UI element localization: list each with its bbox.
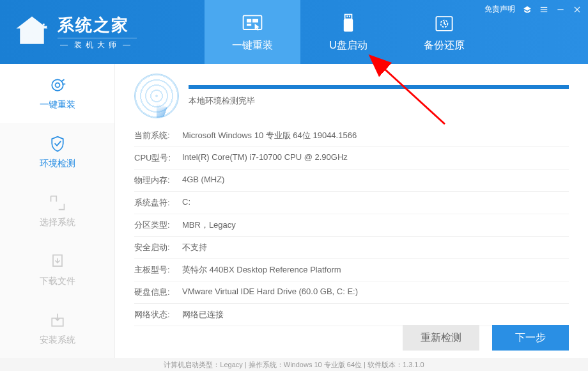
info-value: 4GB (MHZ) — [182, 175, 569, 186]
info-row: 当前系统:Microsoft Windows 10 专业版 64位 19044.… — [134, 125, 569, 147]
info-row: 主板型号:英特尔 440BX Desktop Reference Platfor… — [134, 259, 569, 281]
recheck-button[interactable]: 重新检测 — [403, 325, 479, 351]
main-content: 本地环境检测完毕 当前系统:Microsoft Windows 10 专业版 6… — [115, 64, 588, 358]
info-value: Microsoft Windows 10 专业版 64位 19044.1566 — [182, 130, 569, 141]
svg-rect-5 — [346, 15, 348, 17]
download-icon — [49, 253, 66, 271]
svg-rect-0 — [43, 24, 45, 26]
install-box-icon — [49, 312, 66, 329]
graduation-icon[interactable] — [523, 5, 532, 14]
tab-usb-boot[interactable]: U盘启动 — [300, 0, 396, 64]
sidebar-label: 安装系统 — [40, 335, 75, 346]
svg-rect-3 — [345, 14, 352, 19]
house-logo-icon — [13, 13, 51, 51]
next-button[interactable]: 下一步 — [492, 325, 569, 351]
sidebar: 一键重装 环境检测 选择系统 下载文件 安装系统 — [0, 64, 115, 358]
info-label: 系统盘符: — [134, 197, 182, 209]
usb-icon — [337, 12, 360, 35]
svg-rect-6 — [349, 15, 350, 17]
progress-bar — [189, 85, 569, 89]
svg-rect-1 — [45, 26, 47, 28]
sidebar-label: 下载文件 — [40, 276, 75, 287]
svg-rect-4 — [344, 19, 353, 31]
info-value: C: — [182, 197, 569, 209]
menu-icon[interactable] — [539, 5, 548, 14]
info-value: 网络已连接 — [182, 309, 569, 320]
info-row: 网络状态:网络已连接 — [134, 304, 569, 326]
info-value: Intel(R) Core(TM) i7-10700 CPU @ 2.90GHz — [182, 152, 569, 164]
info-row: 硬盘信息:VMware Virtual IDE Hard Drive (60.0… — [134, 281, 569, 304]
sidebar-item-envcheck[interactable]: 环境检测 — [0, 123, 114, 182]
info-label: 主板型号: — [134, 264, 182, 276]
info-value: VMware Virtual IDE Hard Drive (60.0 GB, … — [182, 287, 569, 298]
header: 系统之家 装机大师 一键重装 U盘启动 — [0, 0, 588, 64]
corner-select-icon — [49, 194, 66, 212]
sidebar-label: 选择系统 — [40, 217, 75, 228]
info-value: 英特尔 440BX Desktop Reference Platform — [182, 264, 569, 276]
sidebar-item-download[interactable]: 下载文件 — [0, 241, 114, 299]
svg-rect-10 — [541, 9, 548, 10]
logo-subtitle: 装机大师 — [58, 38, 137, 51]
sidebar-label: 环境检测 — [40, 158, 75, 170]
svg-rect-9 — [541, 6, 548, 7]
shield-check-icon — [49, 135, 66, 153]
backup-icon — [433, 12, 456, 35]
info-label: 当前系统: — [134, 130, 182, 141]
svg-point-14 — [55, 83, 59, 88]
windows-cursor-icon — [241, 12, 264, 35]
logo-area: 系统之家 装机大师 — [0, 13, 205, 51]
sidebar-label: 一键重装 — [40, 99, 75, 111]
scan-status: 本地环境检测完毕 — [189, 95, 569, 107]
tab-reinstall[interactable]: 一键重装 — [205, 0, 300, 64]
minimize-icon[interactable] — [556, 5, 565, 14]
svg-rect-12 — [557, 9, 563, 10]
info-label: 安全启动: — [134, 242, 182, 253]
tab-backup-restore[interactable]: 备份还原 — [396, 0, 492, 64]
radar-icon — [134, 74, 179, 118]
info-value: 不支持 — [182, 242, 569, 253]
info-row: 安全启动:不支持 — [134, 237, 569, 259]
system-info-list: 当前系统:Microsoft Windows 10 专业版 64位 19044.… — [134, 125, 569, 326]
tab-label: U盘启动 — [329, 39, 368, 52]
tab-label: 备份还原 — [424, 39, 465, 52]
info-label: 网络状态: — [134, 309, 182, 320]
sidebar-item-install[interactable]: 安装系统 — [0, 299, 114, 358]
info-label: 硬盘信息: — [134, 287, 182, 298]
info-label: 分区类型: — [134, 219, 182, 231]
disclaimer-link[interactable]: 免责声明 — [484, 4, 515, 15]
info-row: 系统盘符:C: — [134, 192, 569, 214]
tab-label: 一键重装 — [232, 39, 273, 52]
info-row: 分区类型:MBR，Legacy — [134, 214, 569, 237]
logo-title: 系统之家 — [58, 14, 137, 36]
info-label: CPU型号: — [134, 152, 182, 164]
svg-rect-11 — [541, 11, 548, 12]
window-controls: 免责声明 — [484, 4, 582, 15]
info-value: MBR，Legacy — [182, 219, 569, 231]
footer-status: 计算机启动类型：Legacy | 操作系统：Windows 10 专业版 64位… — [0, 358, 588, 371]
info-row: CPU型号:Intel(R) Core(TM) i7-10700 CPU @ 2… — [134, 147, 569, 170]
info-label: 物理内存: — [134, 175, 182, 186]
info-row: 物理内存:4GB (MHZ) — [134, 170, 569, 192]
target-icon — [49, 76, 66, 94]
sidebar-item-selectos[interactable]: 选择系统 — [0, 182, 114, 241]
sidebar-item-reinstall[interactable]: 一键重装 — [0, 64, 114, 123]
close-icon[interactable] — [573, 5, 582, 14]
